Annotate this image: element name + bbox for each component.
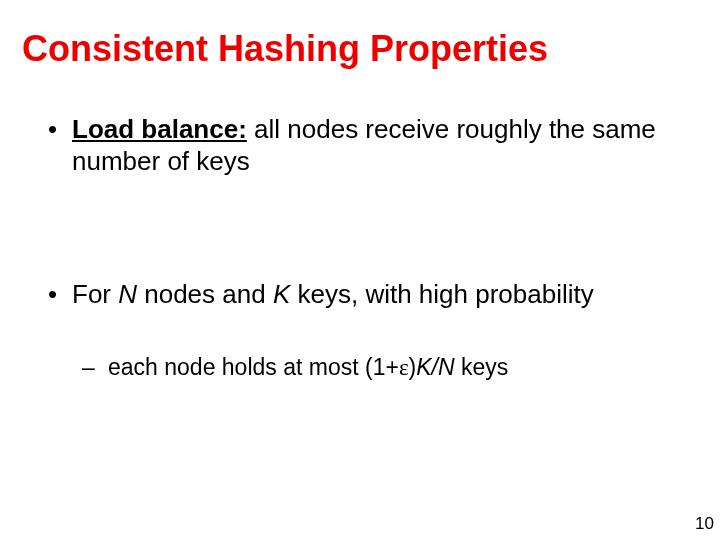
var-k: K — [273, 279, 290, 309]
bullet-for-n-k: For N nodes and K keys, with high probab… — [40, 279, 686, 311]
slide-body: Load balance: all nodes receive roughly … — [40, 114, 686, 382]
sub-bullet-bound: each node holds at most (1+ε)K/N keys — [40, 353, 686, 382]
page-number: 10 — [695, 514, 714, 534]
text: each node holds at most (1+ — [108, 354, 399, 380]
text: keys — [455, 354, 509, 380]
var-n: N — [118, 279, 137, 309]
text: keys, with high probability — [290, 279, 593, 309]
var-kn: K/N — [416, 354, 454, 380]
bullet-label: Load balance: — [72, 114, 247, 144]
text: For — [72, 279, 118, 309]
slide-title: Consistent Hashing Properties — [22, 28, 548, 70]
slide: Consistent Hashing Properties Load balan… — [0, 0, 720, 540]
text: nodes and — [137, 279, 273, 309]
bullet-load-balance: Load balance: all nodes receive roughly … — [40, 114, 686, 177]
epsilon: ε — [399, 355, 409, 380]
